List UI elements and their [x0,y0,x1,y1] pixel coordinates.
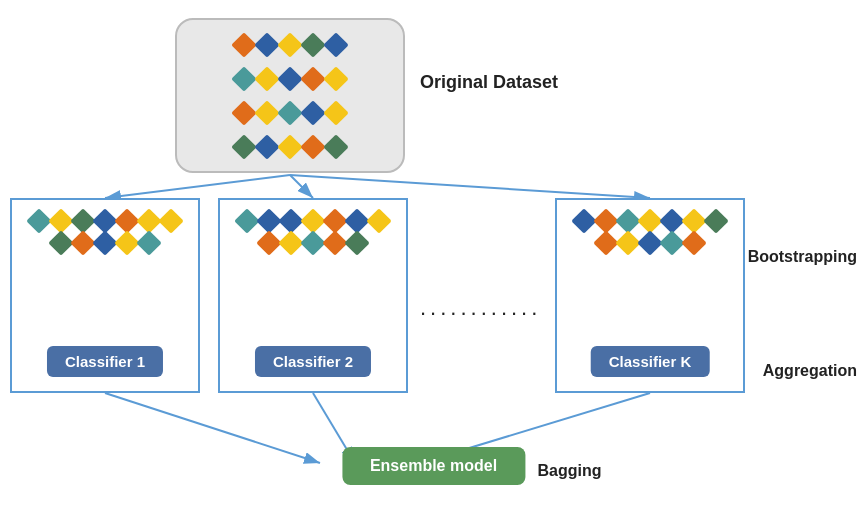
main-diagram: Original Dataset Classifier 1 [0,0,867,513]
classifier-1-box: Classifier 1 [10,198,200,393]
ensemble-model-box: Ensemble model [342,447,525,485]
dataset-label: Original Dataset [420,72,558,93]
svg-line-2 [290,175,313,198]
classifier-k-label: Classifier K [591,346,710,377]
svg-line-3 [290,175,650,198]
dots-separator: ............ [420,295,541,321]
bagging-label: Bagging [538,462,602,480]
bootstrapping-label: Bootstrapping [748,248,857,266]
aggregation-label: Aggregation [763,362,857,380]
classifier-2-box: Classifier 2 [218,198,408,393]
classifier-1-label: Classifier 1 [47,346,163,377]
svg-line-4 [105,393,320,463]
classifier-k-box: Classifier K [555,198,745,393]
svg-line-1 [105,175,290,198]
classifier-2-label: Classifier 2 [255,346,371,377]
dataset-box [175,18,405,173]
